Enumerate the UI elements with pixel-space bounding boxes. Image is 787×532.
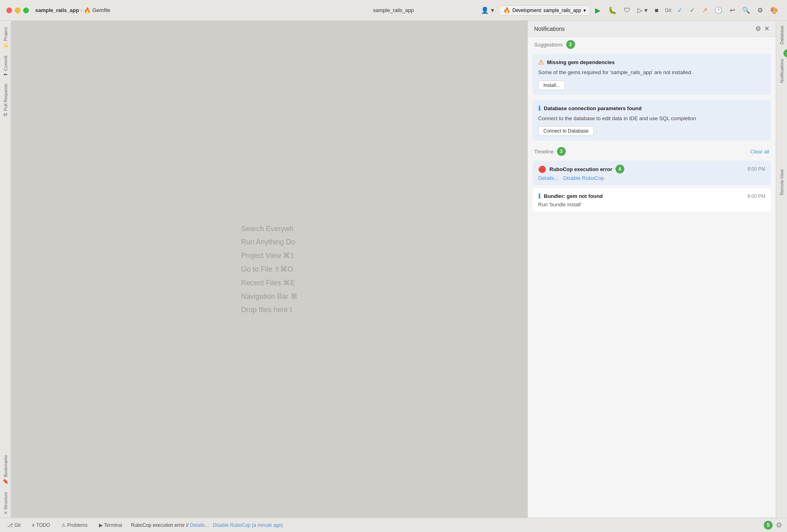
notifications-header-actions: ⚙ ✕ — [755, 25, 769, 32]
sidebar-item-bookmarks[interactable]: 🔖 Bookmarks — [1, 452, 10, 488]
minimize-button[interactable] — [15, 8, 20, 13]
breadcrumb: sample_rails_app › 🔥 Gemfile — [35, 7, 110, 14]
db-connection-card: ℹ Database connection parameters found C… — [533, 100, 771, 141]
install-button[interactable]: Install... — [538, 81, 565, 90]
status-tab-git[interactable]: ⎇ Git — [5, 522, 23, 529]
search-item-0: Search Everywh — [241, 225, 293, 233]
info-icon-bundler: ℹ — [538, 192, 541, 200]
git-tab-icon: ⎇ — [7, 522, 13, 528]
timeline-count: 3 — [557, 147, 566, 156]
close-button[interactable] — [6, 8, 12, 13]
toolbox-button[interactable]: 🎨 — [768, 5, 781, 16]
missing-gem-title: ⚠ Missing gem dependencies — [538, 58, 765, 66]
clear-all-button[interactable]: Clear all — [750, 149, 769, 155]
sidebar-item-pull-requests[interactable]: ⇅ Pull Requests — [1, 81, 10, 120]
app-name[interactable]: sample_rails_app — [35, 7, 79, 13]
status-details-link[interactable]: Details... — [190, 522, 209, 528]
rubocop-time: 9:00 PM — [747, 166, 765, 172]
warning-icon: ⚠ — [538, 58, 544, 66]
file-name[interactable]: 🔥 Gemfile — [84, 7, 110, 14]
window-title: sample_rails_app — [373, 7, 414, 13]
notifications-title: Notifications — [534, 26, 565, 32]
disable-rubocop-link[interactable]: Disable RuboCop — [563, 175, 604, 181]
terminal-tab-icon: ▶ — [99, 522, 103, 528]
suggestions-count: 2 — [566, 40, 575, 49]
toolbar: 👤 ▾ 🔥 Development: sample_rails_app ▾ ▶ … — [478, 4, 781, 16]
run-config-label: Development: sample_rails_app — [513, 8, 581, 13]
git-push-button[interactable]: ✓ — [687, 5, 697, 16]
timeline-section-header: Timeline 3 Clear all — [528, 142, 776, 159]
titlebar: sample_rails_app › 🔥 Gemfile sample_rail… — [0, 0, 787, 21]
todo-tab-icon: ≡ — [32, 522, 34, 528]
project-icon: 📁 — [3, 42, 8, 48]
traffic-lights — [6, 8, 29, 13]
search-item-3: Go to File ⇧⌘O — [241, 265, 293, 274]
rubocop-timeline-item: 🔴 RuboCop execution error 4 9:00 PM Deta… — [533, 161, 771, 185]
run-button[interactable]: ▶ — [593, 4, 603, 16]
search-button[interactable]: 🔍 — [740, 5, 753, 16]
bundler-timeline-item: ℹ Bundler: gem not found 9:00 PM Run 'bu… — [533, 188, 771, 212]
db-connection-body: Connect to the database to edit data in … — [538, 115, 765, 123]
structure-icon: ≡ — [3, 512, 8, 514]
right-tab-database[interactable]: Database — [778, 22, 786, 48]
status-disable-rubocop-link[interactable]: Disable RuboCop (a minute ago) — [213, 522, 283, 528]
rubocop-badge: 4 — [615, 165, 624, 173]
search-item-1: Run Anything Do — [241, 238, 295, 246]
pull-requests-icon: ⇅ — [3, 113, 8, 117]
right-sidebar: Database 1 Notifications Remote Host — [776, 21, 787, 518]
sidebar-item-project[interactable]: 📁 Project — [1, 24, 10, 52]
editor-area[interactable]: Search Everywh Run Anything Do Project V… — [11, 21, 527, 518]
search-item-2: Project View ⌘1 — [241, 251, 294, 260]
search-item-5: Navigation Bar ⌘ — [241, 292, 297, 301]
commit-icon: ⬆ — [3, 73, 8, 77]
coverage-button[interactable]: 🛡 — [622, 5, 633, 16]
notifications-settings-button[interactable]: ⚙ — [755, 25, 761, 32]
debug-button[interactable]: 🐛 — [605, 4, 619, 16]
status-error-text: RuboCop execution error // Details... Di… — [131, 522, 283, 528]
git-update-button[interactable]: ↗ — [700, 5, 710, 16]
bundler-time: 9:00 PM — [747, 193, 765, 199]
status-bar: ⎇ Git ≡ TODO ⚠ Problems ▶ Terminal RuboC… — [0, 518, 787, 532]
sidebar-item-commit[interactable]: ⬆ Commit — [1, 52, 10, 80]
bundler-title: ℹ Bundler: gem not found — [538, 192, 603, 200]
missing-gem-body: Some of the gems required for 'sample_ra… — [538, 69, 765, 77]
rubocop-details-link[interactable]: Details... — [538, 175, 559, 181]
run-config-chevron: ▾ — [583, 8, 586, 13]
bookmarks-icon: 🔖 — [3, 479, 8, 485]
problems-tab-icon: ⚠ — [61, 522, 66, 528]
settings-button[interactable]: ⚙ — [755, 5, 765, 16]
bundler-body: Run 'bundle install' — [538, 202, 765, 208]
sidebar-item-structure[interactable]: ≡ Structure — [1, 489, 10, 518]
status-badge: 5 — [764, 521, 773, 530]
settings-gear-icon[interactable]: ⚙ — [776, 521, 782, 530]
suggestions-label: Suggestions — [534, 42, 563, 48]
status-right: 5 ⚙ — [764, 521, 782, 530]
rubocop-title: 🔴 RuboCop execution error 4 — [538, 165, 624, 173]
file-icon: 🔥 — [84, 7, 91, 14]
db-connection-title: ℹ Database connection parameters found — [538, 105, 765, 112]
git-rollback-button[interactable]: ↩ — [727, 5, 737, 16]
notifications-close-button[interactable]: ✕ — [764, 25, 769, 32]
run-config-dropdown[interactable]: 🔥 Development: sample_rails_app ▾ — [499, 5, 590, 16]
search-item-6: Drop files here t — [241, 306, 292, 314]
right-tab-remote-host[interactable]: Remote Host — [778, 166, 786, 198]
status-tab-todo[interactable]: ≡ TODO — [29, 522, 52, 529]
stop-button[interactable]: ■ — [652, 5, 661, 16]
git-fetch-button[interactable]: ✓ — [675, 5, 685, 16]
notifications-panel: Notifications ⚙ ✕ Suggestions 2 ⚠ Missin… — [527, 21, 776, 518]
main-layout: 📁 Project ⬆ Commit ⇅ Pull Requests 🔖 Boo… — [0, 21, 787, 518]
git-history-button[interactable]: 🕐 — [712, 5, 725, 16]
connect-to-database-button[interactable]: Connect to Database — [538, 126, 594, 136]
db-connection-actions: Connect to Database — [538, 126, 765, 136]
missing-gem-actions: Install... — [538, 81, 765, 90]
info-icon-db: ℹ — [538, 105, 541, 112]
status-tab-terminal[interactable]: ▶ Terminal — [97, 522, 125, 529]
status-tab-problems[interactable]: ⚠ Problems — [59, 522, 90, 529]
timeline-label: Timeline — [534, 149, 554, 155]
git-label: Git: — [665, 8, 672, 13]
maximize-button[interactable] — [23, 8, 29, 13]
right-tab-notifications[interactable]: Notifications — [778, 56, 786, 86]
account-button[interactable]: 👤 ▾ — [478, 5, 496, 16]
notifications-header: Notifications ⚙ ✕ — [528, 21, 776, 37]
run-options-button[interactable]: ▷ ▾ — [635, 5, 650, 16]
